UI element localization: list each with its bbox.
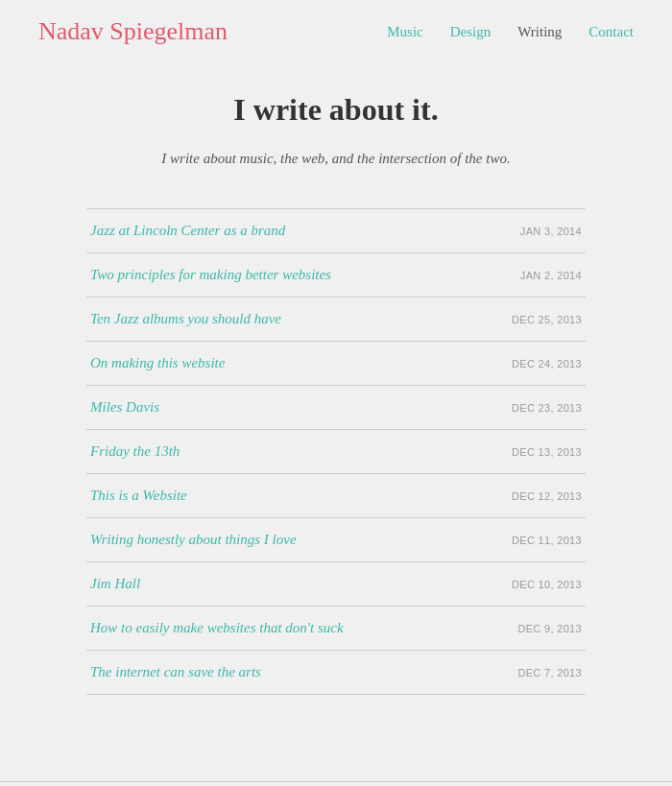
- post-title[interactable]: Jazz at Lincoln Center as a brand: [90, 223, 285, 239]
- post-item: Friday the 13thDEC 13, 2013: [86, 430, 586, 474]
- post-title[interactable]: Jim Hall: [90, 576, 140, 592]
- post-title[interactable]: Miles Davis: [90, 399, 159, 416]
- post-item: Writing honestly about things I loveDEC …: [86, 518, 586, 562]
- nav-design[interactable]: Design: [450, 24, 492, 40]
- post-item: Jim HallDEC 10, 2013: [86, 562, 586, 607]
- post-date: JAN 3, 2014: [520, 226, 582, 237]
- post-date: DEC 23, 2013: [512, 402, 582, 414]
- post-item: Two principles for making better website…: [86, 253, 586, 298]
- site-logo[interactable]: Nadav Spiegelman: [38, 17, 228, 46]
- post-title[interactable]: Writing honestly about things I love: [90, 532, 297, 548]
- main-nav: Music Design Writing Contact: [387, 24, 634, 40]
- post-date: DEC 25, 2013: [512, 314, 582, 325]
- page-heading: I write about it.: [86, 92, 586, 128]
- post-date: DEC 10, 2013: [512, 579, 582, 590]
- post-item: The internet can save the artsDEC 7, 201…: [86, 651, 586, 695]
- post-title[interactable]: On making this website: [90, 355, 225, 371]
- post-title[interactable]: How to easily make websites that don't s…: [90, 620, 344, 636]
- post-date: DEC 9, 2013: [517, 623, 582, 634]
- post-date: DEC 24, 2013: [512, 358, 582, 369]
- post-title[interactable]: This is a Website: [90, 488, 187, 504]
- nav-writing[interactable]: Writing: [517, 24, 562, 40]
- post-title[interactable]: Ten Jazz albums you should have: [90, 311, 281, 327]
- page-description: I write about music, the web, and the in…: [86, 147, 586, 170]
- post-item: This is a WebsiteDEC 12, 2013: [86, 474, 586, 518]
- post-date: DEC 7, 2013: [517, 667, 582, 679]
- posts-list: Jazz at Lincoln Center as a brandJAN 3, …: [86, 208, 586, 695]
- site-footer: © 2013 Nadav Spiegelman.: [0, 781, 672, 786]
- site-header: Nadav Spiegelman Music Design Writing Co…: [0, 0, 672, 63]
- post-item: Ten Jazz albums you should haveDEC 25, 2…: [86, 298, 586, 342]
- post-title[interactable]: Friday the 13th: [90, 443, 180, 460]
- post-item: Jazz at Lincoln Center as a brandJAN 3, …: [86, 209, 586, 253]
- post-item: On making this websiteDEC 24, 2013: [86, 342, 586, 386]
- post-item: Miles DavisDEC 23, 2013: [86, 386, 586, 430]
- post-date: JAN 2, 2014: [520, 270, 582, 281]
- post-date: DEC 12, 2013: [512, 490, 582, 502]
- post-title[interactable]: The internet can save the arts: [90, 664, 261, 680]
- nav-music[interactable]: Music: [387, 24, 423, 40]
- main-content: I write about it. I write about music, t…: [0, 63, 672, 724]
- post-title[interactable]: Two principles for making better website…: [90, 267, 331, 283]
- post-date: DEC 11, 2013: [512, 535, 582, 546]
- post-date: DEC 13, 2013: [512, 446, 582, 458]
- nav-contact[interactable]: Contact: [588, 24, 634, 40]
- post-item: How to easily make websites that don't s…: [86, 607, 586, 651]
